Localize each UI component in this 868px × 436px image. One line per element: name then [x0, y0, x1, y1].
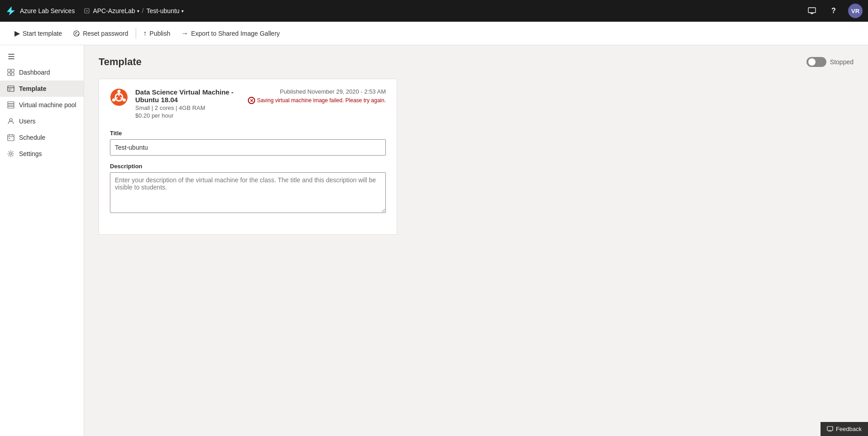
settings-icon [7, 150, 14, 157]
template-icon [7, 85, 14, 92]
svg-rect-3 [8, 69, 10, 72]
sidebar-label-dashboard: Dashboard [19, 69, 50, 76]
vm-pool-icon [7, 101, 14, 109]
breadcrumb-lab-chevron: ▾ [137, 9, 139, 14]
svg-rect-12 [8, 135, 14, 141]
sidebar-item-vm-pool[interactable]: Virtual machine pool [0, 97, 84, 113]
svg-rect-19 [827, 427, 833, 431]
status-toggle-area: Stopped [806, 57, 854, 67]
sidebar-item-users[interactable]: Users [0, 113, 84, 129]
top-nav: Azure Lab Services APC-AzureLab ▾ / Test… [0, 0, 868, 22]
sidebar-label-vm-pool: Virtual machine pool [19, 101, 76, 109]
page-title: Template [99, 56, 142, 68]
breadcrumb: APC-AzureLab ▾ / Test-ubuntu ▾ [84, 7, 183, 14]
azure-logo-icon [5, 5, 16, 16]
vm-specs: Small | 2 cores | 4GB RAM [135, 104, 241, 111]
toolbar-divider-1 [136, 28, 136, 39]
description-form-group: Description [110, 163, 386, 214]
svg-rect-8 [8, 102, 14, 104]
title-form-group: Title [110, 130, 386, 156]
stopped-toggle[interactable] [806, 57, 826, 67]
toggle-track [806, 57, 826, 67]
sidebar-label-template: Template [19, 85, 46, 92]
help-icon: ? [831, 7, 836, 15]
breadcrumb-separator: / [142, 7, 144, 14]
app-logo[interactable]: Azure Lab Services [5, 5, 75, 16]
description-label: Description [110, 163, 386, 170]
vm-details: Data Science Virtual Machine - Ubuntu 18… [135, 88, 241, 119]
schedule-icon [7, 134, 14, 141]
toggle-thumb [808, 58, 816, 66]
sidebar-label-schedule: Schedule [19, 134, 45, 141]
monitor-button[interactable] [805, 4, 819, 18]
sidebar-item-settings[interactable]: Settings [0, 146, 84, 162]
breadcrumb-lab[interactable]: APC-AzureLab ▾ [93, 7, 139, 14]
main-content: Template Stopped [84, 45, 868, 436]
breadcrumb-page[interactable]: Test-ubuntu ▾ [147, 7, 184, 14]
vm-status-col: Published November 29, 2020 - 2:53 AM ✕ … [248, 88, 386, 104]
svg-point-11 [9, 118, 12, 121]
publish-button[interactable]: ↑ Publish [138, 26, 176, 41]
help-button[interactable]: ? [826, 4, 841, 18]
export-button[interactable]: → Export to Shared Image Gallery [175, 26, 285, 41]
svg-rect-0 [85, 9, 89, 13]
template-card: Data Science Virtual Machine - Ubuntu 18… [99, 79, 397, 235]
reset-password-icon [73, 30, 80, 37]
vm-error-message: Saving virtual machine image failed. Ple… [257, 97, 386, 104]
description-textarea[interactable] [110, 172, 386, 213]
svg-point-2 [74, 31, 79, 36]
breadcrumb-page-chevron: ▾ [181, 9, 184, 14]
svg-rect-9 [8, 104, 14, 106]
publish-icon: ↑ [143, 29, 147, 38]
feedback-icon [827, 426, 833, 432]
start-icon: ▶ [14, 29, 20, 38]
export-icon: → [181, 29, 188, 38]
lab-icon [84, 8, 90, 14]
monitor-icon [808, 7, 816, 15]
ubuntu-logo-icon [110, 88, 128, 106]
vm-error: ✕ Saving virtual machine image failed. P… [248, 97, 386, 104]
svg-rect-6 [11, 73, 14, 76]
error-icon: ✕ [248, 97, 255, 104]
vm-price: $0.20 per hour [135, 112, 241, 119]
feedback-button[interactable]: Feedback [821, 422, 868, 436]
collapse-sidebar-button[interactable] [0, 49, 84, 64]
vm-published-date: Published November 29, 2020 - 2:53 AM [248, 88, 386, 95]
sidebar-label-settings: Settings [19, 150, 42, 157]
users-icon [7, 118, 14, 125]
svg-rect-1 [808, 8, 816, 13]
svg-point-13 [10, 153, 12, 155]
sidebar-item-schedule[interactable]: Schedule [0, 129, 84, 146]
sidebar-label-users: Users [19, 118, 36, 125]
page-header: Template Stopped [99, 56, 854, 68]
sidebar-item-dashboard[interactable]: Dashboard [0, 64, 84, 81]
toolbar: ▶ Start template Reset password ↑ Publis… [0, 22, 868, 45]
avatar[interactable]: VR [848, 4, 863, 18]
title-label: Title [110, 130, 386, 137]
svg-point-16 [118, 90, 121, 93]
vm-name: Data Science Virtual Machine - Ubuntu 18… [135, 88, 241, 104]
svg-rect-7 [8, 86, 14, 91]
start-template-button[interactable]: ▶ Start template [9, 25, 67, 41]
svg-rect-5 [8, 73, 10, 76]
feedback-label: Feedback [836, 426, 862, 432]
vm-info-row: Data Science Virtual Machine - Ubuntu 18… [110, 88, 386, 119]
status-label: Stopped [830, 58, 854, 66]
sidebar: Dashboard Template Virtual machine pool [0, 45, 84, 436]
top-nav-right: ? VR [805, 4, 863, 18]
title-input[interactable] [110, 139, 386, 156]
app-name: Azure Lab Services [20, 7, 75, 14]
collapse-icon [7, 52, 15, 61]
dashboard-icon [7, 69, 14, 76]
svg-rect-4 [11, 69, 14, 72]
reset-password-button[interactable]: Reset password [67, 26, 133, 41]
svg-rect-10 [8, 106, 14, 108]
sidebar-item-template[interactable]: Template [0, 81, 84, 97]
main-layout: Dashboard Template Virtual machine pool [0, 45, 868, 436]
